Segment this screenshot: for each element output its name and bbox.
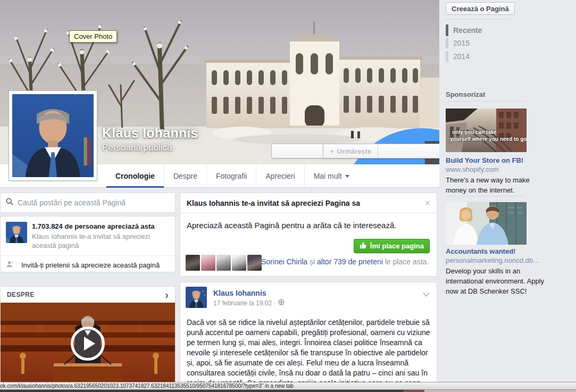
invite-box-body: Apreciază această Pagină pentru a arăta … xyxy=(180,213,437,230)
tab-mai-mult[interactable]: Mai mult xyxy=(304,164,358,188)
friend-avatar[interactable] xyxy=(186,255,200,271)
globe-privacy-icon xyxy=(278,299,285,307)
search-input[interactable] xyxy=(18,198,170,207)
play-icon xyxy=(84,337,95,351)
follow-button-label: Urmărește xyxy=(337,147,371,155)
play-button[interactable] xyxy=(71,327,105,361)
ad-domain-shopify: www.shopify.com xyxy=(446,165,549,173)
ad-domain-dbschenker: personalmarketing.noncd.db... xyxy=(446,256,549,264)
divider xyxy=(446,196,524,196)
nav-bar-indicator xyxy=(446,38,448,48)
tab-aprecieri[interactable]: Aprecieri xyxy=(256,164,304,188)
ad-image-caption-2: yourself where you need to go. xyxy=(450,136,527,142)
caret-down-icon xyxy=(345,175,349,178)
page-avatar xyxy=(6,222,27,243)
like-page-button[interactable]: Îmi place pagina xyxy=(354,239,430,253)
friend-avatar[interactable] xyxy=(247,255,262,271)
create-page-button[interactable]: Creează o Pagină xyxy=(446,2,515,15)
ad-image-dbschenker[interactable] xyxy=(446,202,527,245)
video-thumbnail[interactable] xyxy=(1,303,175,384)
close-icon[interactable]: × xyxy=(425,198,430,207)
ad-title-shopify[interactable]: Build Your Store on FB! xyxy=(446,156,549,164)
friend-avatar[interactable] xyxy=(216,255,231,271)
invite-friends-label: Invită-ți prietenii să aprecieze această… xyxy=(21,261,160,269)
post-author-avatar[interactable] xyxy=(186,287,207,308)
ad-title-dbschenker[interactable]: Accountants wanted! xyxy=(446,247,549,255)
nav-label: 2015 xyxy=(453,39,470,47)
bottom-strip-segment xyxy=(403,390,424,392)
post-text: Dacă vor să se ridice la nivelul așteptă… xyxy=(180,313,437,384)
ad-description-shopify: There's a new way to make money on the i… xyxy=(446,175,548,195)
profile-photo[interactable] xyxy=(9,90,97,181)
friend-name-link[interactable]: Sorinei Chirila xyxy=(261,257,307,266)
timeline-nav-2015[interactable]: 2015 xyxy=(446,37,470,49)
divider xyxy=(446,101,524,102)
page-actions-group: + Urmărește Mesaj ••• xyxy=(323,144,439,159)
message-button[interactable]: Mesaj xyxy=(378,144,439,158)
likes-count: 1.703.824 de persoane apreciază asta xyxy=(32,222,165,231)
tab-mai-mult-label: Mai mult xyxy=(314,172,342,180)
timeline-nav-recente[interactable]: Recente xyxy=(446,24,482,36)
tab-aprecieri-label: Aprecieri xyxy=(265,172,295,180)
invite-friends-link[interactable]: Invită-ți prietenii să aprecieze această… xyxy=(1,255,175,274)
post-timestamp[interactable]: 17 februarie la 19:02 xyxy=(213,299,272,307)
sponsored-header: Sponsorizat xyxy=(446,90,485,98)
ad-image-caption-1: only you can take xyxy=(452,129,497,135)
tab-fotografii[interactable]: Fotografii xyxy=(206,164,256,188)
despre-card: DESPRE › xyxy=(0,286,176,384)
ad-image-shopify[interactable]: only you can take yourself where you nee… xyxy=(446,109,527,152)
friend-avatars xyxy=(186,255,263,271)
tab-despre[interactable]: Despre xyxy=(164,164,206,188)
meta-dot: · xyxy=(274,299,276,307)
page-title: Klaus Iohannis xyxy=(102,126,198,141)
plus-icon: + xyxy=(330,147,334,155)
follow-button[interactable]: + Urmărește xyxy=(323,144,378,158)
like-page-button-label: Îmi place pagina xyxy=(370,242,424,250)
add-person-icon xyxy=(6,260,14,270)
right-rail: Creează o Pagină Recente 2015 2014 Spons… xyxy=(446,0,576,392)
status-bar-text: ok.com/klausiohannis/photos/a.6321956502… xyxy=(0,383,294,389)
likes-invited-note: Klaus Iohannis te-a invitat să apreciezi… xyxy=(32,232,165,250)
tab-despre-label: Despre xyxy=(173,172,197,180)
ad-description-dbschenker: Develop your skills in an international … xyxy=(446,266,548,296)
page-category: Persoană publică xyxy=(102,143,213,153)
search-icon xyxy=(6,198,13,207)
profile-portrait-art xyxy=(12,94,94,177)
tab-cronologie[interactable]: Cronologie xyxy=(106,164,164,188)
create-page-label: Creează o Pagină xyxy=(452,5,509,13)
verified-badge-icon xyxy=(202,128,213,139)
tab-cronologie-label: Cronologie xyxy=(115,172,155,180)
tab-fotografii-label: Fotografii xyxy=(216,172,247,180)
nav-bar-indicator xyxy=(446,51,448,62)
nav-bar-indicator xyxy=(446,24,448,36)
likes-card: 1.703.824 de persoane apreciază asta Kla… xyxy=(0,216,176,272)
friend-avatar[interactable] xyxy=(201,255,215,271)
despre-header: DESPRE xyxy=(7,291,35,298)
message-bubble-icon xyxy=(385,69,439,165)
post-author-link[interactable]: Klaus Iohannis xyxy=(213,289,430,297)
ad-art-train-platform: only you can take yourself where you nee… xyxy=(446,109,527,152)
bottom-strip-segment xyxy=(424,390,576,392)
page-invite-box: Klaus Iohannis te-a invitat să apreciezi… xyxy=(180,193,437,277)
other-friends-link[interactable]: altor 739 de prieteni xyxy=(317,257,383,266)
invite-box-title: Klaus Iohannis te-a invitat să apreciezi… xyxy=(187,199,360,207)
divider xyxy=(446,19,511,20)
cover-photo-tooltip: Cover Photo xyxy=(69,30,117,43)
friend-avatar[interactable] xyxy=(232,255,246,271)
page-title-block: Klaus Iohannis Persoană publică xyxy=(102,126,213,153)
page-search-box xyxy=(0,193,176,213)
nav-label: 2014 xyxy=(453,52,470,61)
social-conjunction: și xyxy=(310,257,315,266)
timeline-nav-2014[interactable]: 2014 xyxy=(446,51,470,62)
post-options-chevron[interactable] xyxy=(424,290,429,295)
thumb-up-icon xyxy=(360,241,367,251)
social-tail: le place asta. xyxy=(385,257,429,266)
browser-status-bar: ok.com/klausiohannis/photos/a.6321956502… xyxy=(0,382,576,390)
bottom-desktop-strip xyxy=(0,390,576,392)
nav-label: Recente xyxy=(453,26,482,35)
chevron-right-icon[interactable]: › xyxy=(165,289,169,300)
timeline-post: Klaus Iohannis 17 februarie la 19:02 · D… xyxy=(180,282,437,384)
ad-art-office-people xyxy=(446,202,527,245)
social-context-line: Sorinei Chirila și altor 739 de prieteni… xyxy=(261,257,435,266)
